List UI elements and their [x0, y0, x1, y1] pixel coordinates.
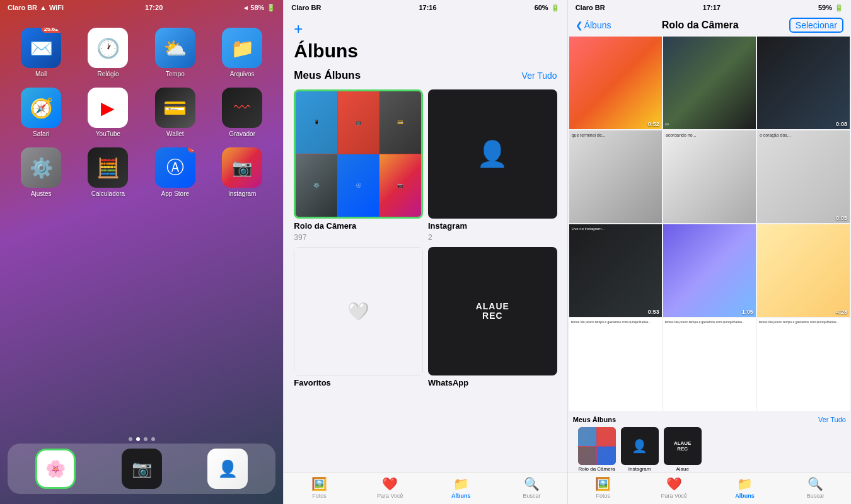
photo-6[interactable]: o coração dos... 0:05	[757, 130, 850, 223]
album-whatsapp[interactable]: ALAUEREC WhatsApp	[428, 247, 557, 391]
photo-12[interactable]: temos tão pouco tempo e gastamos com qui…	[757, 318, 850, 411]
app-instagram[interactable]: 📷 Instagram	[211, 147, 273, 197]
app-grid: ✉️ 25.624 Mail 🕐 Relógio ⛅ Tempo 📁 Arqui…	[0, 15, 283, 197]
dock-camera[interactable]: 📷	[122, 449, 162, 489]
instagram-thumb[interactable]: 👤	[428, 89, 557, 219]
selecionar-button[interactable]: Selecionar	[789, 18, 843, 33]
photo-12-text: temos tão pouco tempo e gastamos com qui…	[759, 320, 848, 324]
dock-contacts[interactable]: 👤	[207, 449, 248, 489]
photo-5-text: acordando no...	[663, 130, 756, 140]
app-relogio[interactable]: 🕐 Relógio	[77, 28, 139, 77]
tab-albuns-3[interactable]: 📁 Álbuns	[709, 476, 780, 499]
photo-1[interactable]: 0:52	[569, 37, 662, 129]
instagram-icon-glyph: 📷	[232, 158, 252, 178]
files-icon[interactable]: 📁	[222, 28, 262, 68]
mini-albums-header: Meus Álbuns Ver Tudo	[573, 415, 846, 425]
tab-fotos-2[interactable]: 🖼️ Fotos	[284, 476, 354, 499]
tab-buscar-2[interactable]: 🔍 Buscar	[496, 476, 567, 499]
fotos-tab-icon-3: 🖼️	[595, 476, 611, 491]
calc-icon[interactable]: 🧮	[88, 147, 128, 188]
dock-fotos[interactable]: 🌸	[35, 449, 76, 489]
mini-album-rolo[interactable]: Rolo da Câmera	[578, 427, 616, 472]
photo-11[interactable]: temos tão pouco tempo e gastamos com qui…	[663, 318, 756, 411]
mini-album-instagram2[interactable]: 👤 Instagram	[621, 427, 659, 472]
favoritos-name: Favoritos	[294, 378, 423, 387]
mail-icon-glyph: ✉️	[30, 37, 53, 59]
mini-thumb-rolo[interactable]	[578, 427, 616, 465]
mini-alaue-text: ALAUEREC	[674, 440, 692, 452]
para-voce-tab-label-2: Para Você	[377, 493, 403, 499]
photo-10[interactable]: temos tão pouco tempo e gastamos com qui…	[569, 318, 662, 411]
para-voce-tab-label-3: Para Você	[661, 493, 687, 499]
photo-3[interactable]: 0:08	[757, 37, 850, 129]
clock-icon[interactable]: 🕐	[88, 28, 128, 68]
signal-icon-1: ▲	[40, 4, 47, 11]
app-arquivos[interactable]: 📁 Arquivos	[211, 28, 273, 77]
add-album-button[interactable]: +	[294, 20, 303, 38]
app-safari[interactable]: 🧭 Safari	[10, 88, 72, 137]
fotos-dock-icon[interactable]: 🌸	[35, 449, 76, 489]
app-youtube[interactable]: ▶ YouTube	[77, 88, 139, 137]
photo-7[interactable]: Live no instagram... 0:53	[569, 224, 662, 317]
back-button[interactable]: ❮ Álbuns	[576, 20, 611, 30]
tab-buscar-3[interactable]: 🔍 Buscar	[780, 476, 851, 499]
album-favoritos[interactable]: 🤍 Favoritos	[294, 247, 423, 391]
tab-bar-3: 🖼️ Fotos ❤️ Para Você 📁 Álbuns 🔍 Buscar	[568, 472, 851, 504]
rolo-camera-thumb[interactable]: 📱 📺 💳 ⚙️ Ⓐ 📷	[294, 89, 423, 219]
favoritos-thumb[interactable]: 🤍	[294, 247, 423, 376]
gravador-label: Gravador	[229, 130, 255, 137]
mg-3	[578, 447, 597, 466]
weather-icon[interactable]: ⛅	[155, 28, 195, 68]
app-gravador[interactable]: 〰 Gravador	[211, 88, 273, 137]
photo-4[interactable]: que terminei de...	[569, 130, 662, 223]
tab-para-voce-2[interactable]: ❤️ Para Você	[355, 476, 426, 499]
duration-1: 0:52	[648, 121, 659, 127]
album-instagram[interactable]: 👤 Instagram 2	[428, 89, 557, 242]
time-2: 17:16	[419, 4, 436, 11]
status-left-3: Claro BR	[576, 4, 605, 11]
appstore-label: App Store	[161, 190, 189, 197]
album-rolo-camera[interactable]: 📱 📺 💳 ⚙️ Ⓐ 📷 Rolo da Câmera 397	[294, 89, 423, 242]
app-mail[interactable]: ✉️ 25.624 Mail	[10, 28, 72, 77]
tab-albuns-2[interactable]: 📁 Álbuns	[426, 476, 496, 499]
appstore-icon[interactable]: Ⓐ 9	[155, 147, 195, 188]
app-ajustes[interactable]: ⚙️ Ajustes	[10, 147, 72, 197]
app-calculadora[interactable]: 🧮 Calculadora	[77, 147, 139, 197]
carrier-1: Claro BR	[8, 4, 37, 11]
mail-icon[interactable]: ✉️ 25.624	[21, 28, 61, 68]
fotos-tab-icon-2: 🖼️	[311, 476, 327, 491]
time-3: 17:17	[703, 4, 721, 11]
app-appstore[interactable]: Ⓐ 9 App Store	[144, 147, 206, 197]
mini-thumb-alaue[interactable]: ALAUEREC	[664, 427, 702, 465]
relogio-label: Relógio	[98, 71, 119, 77]
contacts-dock-icon[interactable]: 👤	[207, 449, 248, 489]
camera-dock-icon[interactable]: 📷	[122, 449, 162, 489]
photo-2[interactable]: ∞	[663, 37, 756, 129]
mini-album-alaue[interactable]: ALAUEREC Alaue	[664, 427, 702, 472]
appstore-icon-glyph: Ⓐ	[166, 156, 184, 180]
photo-9[interactable]: 4:28	[757, 224, 850, 317]
photo-4-text: que terminei de...	[569, 130, 662, 140]
ajustes-icon[interactable]: ⚙️	[21, 147, 61, 188]
youtube-icon[interactable]: ▶	[88, 88, 128, 128]
duration-7: 0:53	[648, 309, 659, 315]
app-tempo[interactable]: ⛅ Tempo	[144, 28, 206, 77]
whatsapp-thumb[interactable]: ALAUEREC	[428, 247, 557, 376]
tab-para-voce-3[interactable]: ❤️ Para Você	[639, 476, 709, 499]
photo-5[interactable]: acordando no...	[663, 130, 756, 223]
instagram-album-count: 2	[428, 233, 557, 242]
tab-fotos-3[interactable]: 🖼️ Fotos	[568, 476, 639, 499]
instagram-thumb-bg: 👤	[428, 89, 557, 219]
photo-8[interactable]: 1:05	[663, 224, 756, 317]
calc-icon-glyph: 🧮	[96, 157, 120, 179]
ver-tudo-mini[interactable]: Ver Tudo	[818, 416, 846, 423]
duration-3: 0:08	[836, 121, 847, 127]
wallet-icon[interactable]: 💳	[155, 88, 195, 128]
instagram-icon[interactable]: 📷	[222, 147, 262, 188]
app-wallet[interactable]: 💳 Wallet	[144, 88, 206, 137]
ver-tudo-button[interactable]: Ver Tudo	[522, 71, 557, 81]
mini-thumb-instagram2[interactable]: 👤	[621, 427, 659, 465]
gravador-icon[interactable]: 〰	[222, 88, 262, 128]
location-icon-1: ◂	[244, 4, 248, 12]
safari-icon[interactable]: 🧭	[21, 88, 61, 128]
